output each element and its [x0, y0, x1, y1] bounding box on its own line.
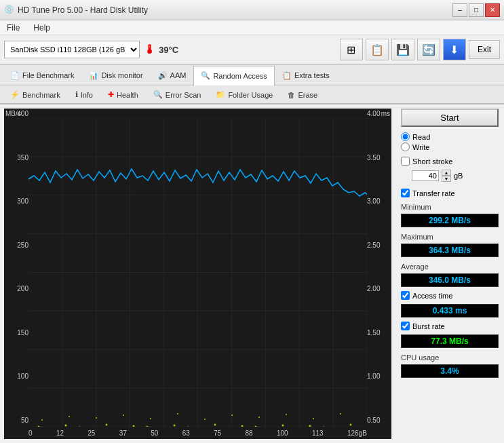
- svg-point-31: [106, 424, 108, 426]
- start-button[interactable]: Start: [401, 109, 499, 127]
- download-icon-btn[interactable]: ⬇: [443, 39, 466, 60]
- window-title: HD Tune Pro 5.00 - Hard Disk Utility: [18, 5, 148, 15]
- close-button[interactable]: ✕: [485, 3, 500, 17]
- refresh-icon-btn[interactable]: 🔄: [417, 39, 440, 60]
- title-bar-left: 💿 HD Tune Pro 5.00 - Hard Disk Utility: [4, 5, 148, 16]
- maximum-value: 364.3 MB/s: [401, 244, 499, 257]
- folder-usage-icon: 📁: [216, 90, 225, 99]
- app-icon: 💿: [4, 5, 15, 16]
- minimum-value: 299.2 MB/s: [401, 214, 499, 227]
- benchmark-label: Benchmark: [22, 91, 60, 99]
- short-stroke-checkbox[interactable]: [401, 157, 410, 166]
- copy-icon-btn[interactable]: ⊞: [340, 39, 363, 60]
- mode-radio-group: Read Write: [401, 132, 499, 151]
- toolbar-icons: ⊞ 📋 💾 🔄 ⬇ Exit: [340, 39, 500, 60]
- disk-monitor-icon: 📊: [89, 71, 98, 80]
- file-benchmark-icon: 📄: [10, 71, 20, 80]
- temperature-display: 🌡 39°C: [144, 43, 178, 57]
- minimum-label: Minimum: [401, 203, 499, 211]
- window-controls: – □ ✕: [452, 3, 500, 17]
- transfer-rate-label[interactable]: Transfer rate: [401, 189, 499, 197]
- svg-point-47: [214, 424, 216, 426]
- access-time-checkbox[interactable]: [401, 291, 410, 300]
- svg-point-79: [150, 418, 151, 419]
- read-radio[interactable]: [401, 132, 410, 141]
- svg-point-93: [340, 413, 341, 415]
- stroke-down-btn[interactable]: ▼: [442, 176, 451, 182]
- svg-point-87: [258, 417, 260, 418]
- y-axis-left: 400 350 300 250 200 150 100 50: [5, 109, 30, 425]
- temperature-value: 39°C: [159, 45, 178, 55]
- average-value: 346.0 MB/s: [401, 273, 499, 287]
- tab-folder-usage[interactable]: 📁 Folder Usage: [208, 85, 280, 103]
- stroke-up-btn[interactable]: ▲: [442, 170, 451, 176]
- write-radio[interactable]: [401, 142, 410, 151]
- access-time-value: 0.433 ms: [401, 304, 499, 317]
- tab-erase[interactable]: 🗑 Erase: [280, 85, 325, 103]
- folder-usage-label: Folder Usage: [228, 91, 273, 99]
- extra-tests-label: Extra tests: [294, 71, 330, 79]
- aam-icon: 🔊: [158, 71, 168, 80]
- read-label: Read: [412, 133, 430, 141]
- exit-button[interactable]: Exit: [469, 40, 500, 59]
- drive-selector[interactable]: SanDisk SSD i110 128GB (126 gB): [4, 41, 140, 58]
- benchmark-icon: ⚡: [10, 90, 20, 99]
- info-icon: ℹ: [75, 90, 78, 99]
- health-icon: ✚: [108, 90, 114, 99]
- info-icon-btn[interactable]: 📋: [366, 39, 389, 60]
- read-radio-label[interactable]: Read: [401, 132, 499, 141]
- short-stroke-text: Short stroke: [412, 157, 452, 166]
- thermometer-icon: 🌡: [144, 43, 156, 57]
- svg-point-67: [350, 424, 352, 426]
- chart-svg: [28, 118, 367, 427]
- tab-aam[interactable]: 🔊 AAM: [151, 65, 194, 85]
- menu-help[interactable]: Help: [31, 22, 53, 34]
- cpu-label: CPU usage: [401, 353, 499, 362]
- disk-monitor-label: Disk monitor: [101, 71, 142, 79]
- erase-label: Erase: [298, 91, 317, 99]
- gb-label: gB: [454, 172, 463, 180]
- write-label: Write: [412, 143, 429, 151]
- tab-extra-tests[interactable]: 📋 Extra tests: [275, 65, 337, 85]
- chart-area: MB/s ms 400 350 300 250 200 150 100 50 4…: [4, 109, 391, 439]
- tab-benchmark[interactable]: ⚡ Benchmark: [3, 85, 68, 103]
- minimize-button[interactable]: –: [452, 3, 467, 17]
- write-radio-label[interactable]: Write: [401, 142, 499, 151]
- y-axis-right: 4.00 3.50 3.00 2.50 2.00 1.50 1.00 0.50: [366, 109, 390, 425]
- transfer-rate-checkbox[interactable]: [401, 189, 410, 197]
- svg-point-85: [231, 415, 233, 416]
- save-icon-btn[interactable]: 💾: [391, 39, 414, 60]
- tab-bar-primary: 📄 File Benchmark 📊 Disk monitor 🔊 AAM 🔍 …: [0, 65, 504, 85]
- svg-point-71: [41, 419, 43, 421]
- tab-bar-secondary: ⚡ Benchmark ℹ Info ✚ Health 🔍 Error Scan…: [0, 85, 504, 104]
- access-time-text: Access time: [412, 292, 452, 300]
- burst-rate-checkbox-label[interactable]: Burst rate: [401, 322, 499, 330]
- tab-file-benchmark[interactable]: 📄 File Benchmark: [3, 65, 81, 85]
- tab-disk-monitor[interactable]: 📊 Disk monitor: [81, 65, 150, 85]
- tab-info[interactable]: ℹ Info: [68, 85, 100, 103]
- tab-random-access[interactable]: 🔍 Random Access: [193, 66, 274, 85]
- title-bar: 💿 HD Tune Pro 5.00 - Hard Disk Utility –…: [0, 0, 504, 20]
- burst-rate-checkbox[interactable]: [401, 322, 410, 330]
- short-stroke-label[interactable]: Short stroke: [401, 157, 499, 166]
- random-access-label: Random Access: [213, 72, 267, 80]
- stroke-input[interactable]: [412, 170, 439, 181]
- maximize-button[interactable]: □: [469, 3, 484, 17]
- aam-label: AAM: [170, 71, 187, 79]
- svg-point-77: [123, 415, 124, 416]
- main-content: MB/s ms 400 350 300 250 200 150 100 50 4…: [0, 104, 504, 443]
- health-label: Health: [117, 91, 138, 99]
- maximum-label: Maximum: [401, 233, 499, 241]
- tab-error-scan[interactable]: 🔍 Error Scan: [146, 85, 209, 103]
- stroke-row: ▲ ▼ gB: [412, 170, 499, 182]
- svg-point-91: [313, 418, 314, 419]
- access-time-checkbox-label[interactable]: Access time: [401, 291, 499, 300]
- tab-health[interactable]: ✚ Health: [100, 85, 146, 103]
- svg-point-89: [286, 414, 287, 415]
- svg-point-75: [96, 417, 97, 419]
- stroke-spinner: ▲ ▼: [442, 170, 451, 182]
- svg-point-73: [69, 416, 70, 417]
- info-label: Info: [81, 91, 93, 99]
- burst-rate-value: 77.3 MB/s: [401, 334, 499, 348]
- menu-file[interactable]: File: [4, 22, 22, 34]
